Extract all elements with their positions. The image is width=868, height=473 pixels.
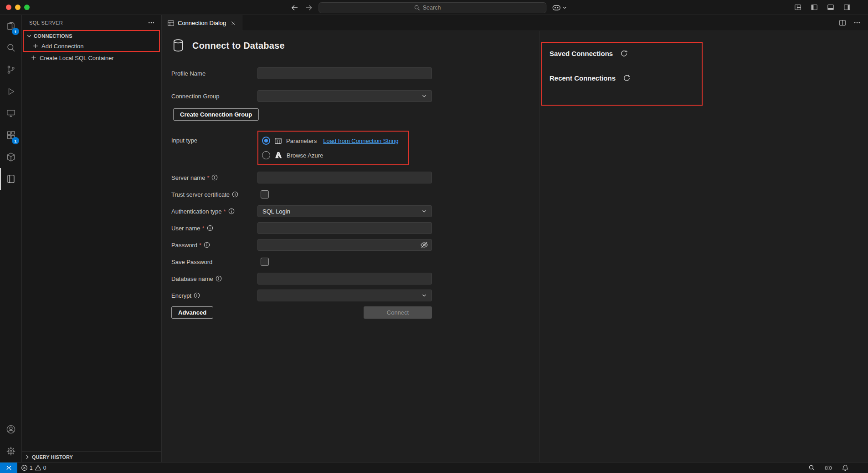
database-name-input[interactable]: [257, 273, 432, 285]
form-row-encrypt: Encrypt: [171, 290, 432, 301]
radio-option-parameters[interactable]: Parameters Load from Connection String: [262, 135, 401, 146]
split-editor-button[interactable]: [838, 18, 847, 27]
main-area: 1 1: [0, 15, 868, 462]
tab-connection-dialog[interactable]: Connection Dialog: [162, 15, 242, 31]
activity-item-accounts[interactable]: [0, 418, 21, 440]
authentication-type-select[interactable]: SQL Login: [257, 205, 432, 217]
trust-server-certificate-label: Trust server certificate: [171, 191, 257, 198]
password-input[interactable]: [257, 239, 432, 251]
maximize-window-button[interactable]: [24, 5, 30, 10]
label-text: Trust server certificate: [171, 191, 230, 198]
activity-item-sql-server[interactable]: [0, 168, 21, 190]
connect-button[interactable]: Connect: [364, 306, 432, 319]
forward-button[interactable]: [304, 3, 314, 13]
activity-item-containers[interactable]: [0, 146, 21, 168]
toggle-panel-button[interactable]: [826, 3, 835, 12]
activity-item-search[interactable]: [0, 37, 21, 59]
info-icon[interactable]: [228, 208, 235, 214]
query-history-section-header[interactable]: QUERY HISTORY: [22, 451, 161, 462]
user-name-input[interactable]: [257, 222, 432, 234]
recent-connections-title: Recent Connections: [550, 74, 616, 82]
save-password-checkbox[interactable]: [261, 258, 269, 266]
extensions-badge: 1: [12, 137, 19, 144]
form-row-create-connection-group: Create Connection Group: [171, 108, 432, 121]
form-row-server-name: Server name *: [171, 172, 432, 183]
trust-server-certificate-checkbox[interactable]: [261, 190, 269, 198]
remote-indicator[interactable]: [0, 463, 17, 473]
notifications-indicator[interactable]: [838, 463, 853, 473]
close-tab-button[interactable]: [229, 19, 237, 27]
create-connection-group-button[interactable]: Create Connection Group: [173, 108, 259, 121]
zoom-indicator[interactable]: [805, 463, 819, 473]
toggle-secondary-sidebar-button[interactable]: [842, 3, 852, 12]
activity-item-remote-explorer[interactable]: [0, 102, 21, 124]
connections-section-header[interactable]: CONNECTIONS: [24, 31, 159, 41]
activity-item-source-control[interactable]: [0, 59, 21, 81]
info-icon[interactable]: [216, 275, 222, 282]
form-row-actions: Advanced Connect: [171, 306, 432, 319]
back-button[interactable]: [289, 3, 299, 13]
close-window-button[interactable]: [6, 5, 11, 10]
profile-name-input[interactable]: [257, 67, 432, 79]
connection-group-select[interactable]: [257, 90, 432, 102]
refresh-recent-connections-button[interactable]: [622, 73, 632, 83]
save-password-label: Save Password: [171, 259, 257, 265]
copilot-menu-button[interactable]: [551, 3, 568, 12]
vscode-window: 1 1: [0, 0, 868, 473]
source-control-branch-icon: [5, 64, 16, 75]
close-icon: [230, 20, 236, 26]
radio-button-selected[interactable]: [262, 137, 270, 145]
chevron-down-icon: [421, 293, 427, 298]
panel-bottom-icon: [827, 4, 834, 11]
activity-item-extensions[interactable]: 1: [0, 124, 21, 146]
panel-right-icon: [843, 4, 851, 11]
required-marker: *: [207, 174, 209, 181]
database-name-label: Database name: [171, 275, 257, 282]
sidebar-header: SQL SERVER: [22, 15, 161, 30]
minimize-window-button[interactable]: [15, 5, 21, 10]
activity-item-settings[interactable]: [0, 440, 21, 462]
info-icon[interactable]: [232, 191, 238, 198]
required-marker: *: [202, 225, 205, 232]
annotation-box-input-type: Parameters Load from Connection String B…: [257, 131, 409, 165]
search-input[interactable]: [423, 5, 451, 11]
info-icon[interactable]: [207, 225, 213, 231]
radio-button[interactable]: [262, 151, 270, 159]
server-name-input[interactable]: [257, 172, 432, 183]
chevron-down-icon: [421, 93, 427, 99]
panel-left-icon: [811, 4, 818, 11]
bell-icon: [842, 464, 849, 472]
encrypt-select[interactable]: [257, 290, 432, 301]
form-row-connection-group: Connection Group: [171, 90, 432, 102]
load-from-connection-string-link[interactable]: Load from Connection String: [323, 137, 398, 144]
saved-connections-title: Saved Connections: [550, 50, 613, 57]
info-icon[interactable]: [211, 174, 218, 181]
editor-more-actions-button[interactable]: [853, 18, 862, 27]
info-icon[interactable]: [194, 292, 200, 299]
form-row-save-password: Save Password: [171, 256, 432, 268]
activity-bar: 1 1: [0, 15, 22, 462]
connection-form: Connect to Database Profile Name Connect…: [162, 31, 539, 462]
sidebar: SQL SERVER CONNECTIONS Add Connection: [22, 15, 162, 462]
radio-option-browse-azure[interactable]: Browse Azure: [262, 150, 401, 161]
command-center-search[interactable]: [318, 2, 546, 13]
customize-layout-button[interactable]: [793, 3, 802, 12]
parameters-option-label: Parameters: [286, 137, 317, 144]
ellipsis-icon: [148, 19, 155, 26]
toggle-primary-sidebar-button[interactable]: [810, 3, 819, 12]
activity-item-explorer[interactable]: 1: [0, 15, 21, 37]
label-text: Password: [171, 242, 197, 249]
activity-item-run-debug[interactable]: [0, 81, 21, 102]
label-text: Save Password: [171, 259, 212, 265]
advanced-button[interactable]: Advanced: [171, 306, 213, 319]
sidebar-more-actions-button[interactable]: [147, 18, 156, 27]
tree-item-add-connection[interactable]: Add Connection: [24, 41, 159, 51]
toggle-password-visibility-button[interactable]: [420, 241, 428, 249]
search-icon: [5, 42, 16, 53]
info-icon[interactable]: [204, 242, 210, 248]
copilot-status[interactable]: [821, 463, 836, 473]
refresh-saved-connections-button[interactable]: [619, 49, 629, 58]
problems-indicator[interactable]: 1 0: [17, 463, 50, 473]
annotation-box-connections: CONNECTIONS Add Connection: [23, 30, 160, 52]
tree-item-create-local-sql-container[interactable]: Create Local SQL Container: [22, 53, 161, 63]
